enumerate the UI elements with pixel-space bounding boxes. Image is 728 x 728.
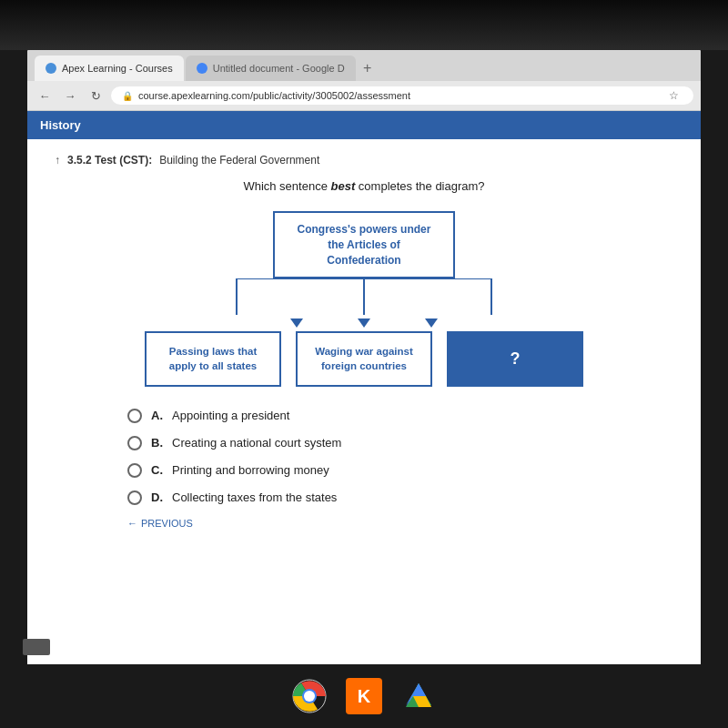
- nav-back-button[interactable]: ←: [35, 86, 55, 106]
- diagram-top-box: Congress's powers under the Articles of …: [273, 211, 455, 278]
- test-subtitle: Building the Federal Government: [159, 154, 319, 167]
- answer-text-a: Appointing a president: [172, 409, 289, 422]
- previous-label: PREVIOUS: [141, 518, 193, 529]
- bottom-box-0: Passing laws that apply to all states: [145, 331, 281, 386]
- answer-text-c: Printing and borrowing money: [172, 463, 329, 477]
- question-text: Which sentence best completes the diagra…: [55, 179, 673, 193]
- answer-label-d: D.: [151, 490, 163, 504]
- tab-google[interactable]: Untitled document - Google D: [186, 56, 356, 81]
- tab-google-label: Untitled document - Google D: [213, 63, 345, 74]
- diagram-bottom-row: Passing laws that apply to all states Wa…: [145, 331, 583, 386]
- tab-bar: Apex Learning - Courses Untitled documen…: [27, 50, 701, 81]
- arrow-center: [358, 318, 370, 328]
- bottom-box-0-text: Passing laws that apply to all states: [161, 344, 265, 373]
- address-bar[interactable]: 🔒 course.apexlearning.com/public/activit…: [111, 86, 693, 105]
- answer-option-c[interactable]: C. Printing and borrowing money: [127, 463, 673, 478]
- answer-text-d: Collecting taxes from the states: [172, 490, 337, 504]
- google-tab-icon: [197, 63, 207, 74]
- tab-apex[interactable]: Apex Learning - Courses: [35, 56, 184, 81]
- chrome-taskbar-icon[interactable]: [291, 678, 328, 714]
- arrow-head-right: [425, 318, 438, 328]
- answer-option-a[interactable]: A. Appointing a president: [127, 409, 673, 423]
- arrows-row: [146, 318, 582, 328]
- apex-tab-icon: [46, 63, 56, 74]
- address-text: course.apexlearning.com/public/activity/…: [138, 90, 410, 101]
- connector-lines: [146, 278, 582, 315]
- radio-d[interactable]: [127, 490, 142, 505]
- answers-section: A. Appointing a president B. Creating a …: [55, 409, 673, 505]
- answer-option-d[interactable]: D. Collecting taxes from the states: [127, 490, 673, 505]
- drive-icon-svg: [400, 678, 437, 714]
- drive-taskbar-icon[interactable]: [400, 678, 437, 714]
- svg-point-6: [304, 691, 315, 702]
- taskbar: K: [0, 664, 728, 728]
- diagram-top-text: Congress's powers under the Articles of …: [298, 223, 431, 267]
- k-taskbar-icon[interactable]: K: [346, 678, 382, 714]
- chrome-icon-svg: [291, 678, 328, 714]
- previous-arrow: ←: [127, 518, 137, 529]
- k-icon-label: K: [358, 686, 370, 707]
- radio-b[interactable]: [127, 436, 142, 450]
- tab-add-button[interactable]: +: [358, 58, 378, 78]
- address-bar-row: ← → ↻ 🔒 course.apexlearning.com/public/a…: [27, 81, 701, 110]
- nav-refresh-button[interactable]: ↻: [86, 86, 106, 106]
- connector-svg: [146, 278, 582, 315]
- bottom-box-2-text: ?: [511, 348, 521, 370]
- answer-label-c: C.: [151, 463, 163, 477]
- test-header: ↑ 3.5.2 Test (CST): Building the Federal…: [55, 154, 673, 167]
- test-label: 3.5.2 Test (CST):: [67, 154, 152, 167]
- arrow-head-center: [358, 318, 370, 328]
- question-suffix: completes the diagram?: [355, 179, 484, 193]
- test-header-arrow: ↑: [55, 154, 60, 167]
- question-prefix: Which sentence: [243, 179, 330, 193]
- arrow-head-left: [290, 318, 303, 328]
- main-content: ↑ 3.5.2 Test (CST): Building the Federal…: [27, 139, 701, 543]
- history-bar: History: [27, 111, 701, 139]
- answer-text-b: Creating a national court system: [172, 436, 341, 450]
- arrow-left: [290, 318, 303, 328]
- arrow-right: [425, 318, 438, 328]
- answer-option-b[interactable]: B. Creating a national court system: [127, 436, 673, 450]
- page-content: History ↑ 3.5.2 Test (CST): Building the…: [27, 111, 701, 666]
- bottom-box-1-text: Waging war against foreign countries: [312, 344, 416, 373]
- previous-link[interactable]: ← PREVIOUS: [55, 518, 673, 529]
- diagram: Congress's powers under the Articles of …: [55, 211, 673, 387]
- tab-apex-label: Apex Learning - Courses: [62, 63, 173, 74]
- bottom-left-system-icon: [23, 639, 50, 655]
- bottom-box-1: Waging war against foreign countries: [296, 331, 432, 386]
- question-italic: best: [331, 179, 356, 193]
- top-bezel: [0, 0, 728, 50]
- bottom-box-2: ?: [447, 331, 583, 386]
- radio-c[interactable]: [127, 463, 142, 478]
- nav-forward-button[interactable]: →: [60, 86, 80, 106]
- history-label: History: [40, 118, 81, 132]
- answer-label-a: A.: [151, 409, 163, 422]
- radio-a[interactable]: [127, 409, 142, 423]
- screen: Apex Learning - Courses Untitled documen…: [27, 50, 701, 669]
- browser-chrome: Apex Learning - Courses Untitled documen…: [27, 50, 701, 111]
- lock-icon: 🔒: [122, 91, 133, 101]
- star-icon: ☆: [669, 89, 682, 102]
- answer-label-b: B.: [151, 436, 163, 450]
